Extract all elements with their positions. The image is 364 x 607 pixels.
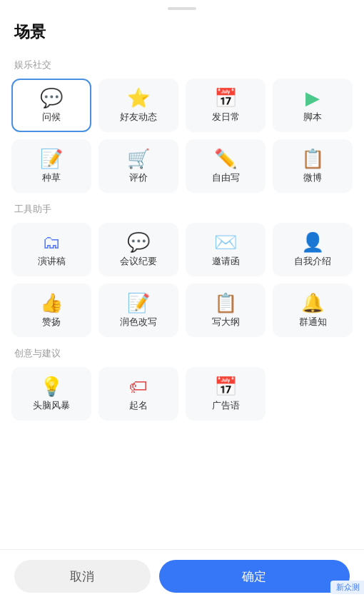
page-title: 场景 — [0, 10, 364, 49]
intro-icon: 👤 — [301, 233, 324, 251]
grid-creative: 💡头脑风暴🏷起名📅广告语 — [11, 367, 353, 421]
grid-item-intro[interactable]: 👤自我介绍 — [273, 223, 353, 276]
notify-label: 群通知 — [299, 316, 327, 328]
naming-icon: 🏷 — [129, 377, 148, 396]
grid-item-naming[interactable]: 🏷起名 — [98, 367, 178, 421]
friends-icon: ⭐ — [127, 89, 150, 107]
section-label-creative: 创意与建议 — [14, 347, 353, 360]
outline-label: 写大纲 — [212, 316, 240, 328]
grid-item-outline[interactable]: 📋写大纲 — [186, 284, 266, 337]
freewrite-label: 自由写 — [212, 171, 240, 184]
speech-icon: 🗂 — [42, 233, 61, 251]
weibo-label: 微博 — [303, 171, 322, 184]
grid-item-freewrite[interactable]: ✏️自由写 — [186, 139, 266, 193]
grid-item-daily[interactable]: 📅发日常 — [186, 79, 266, 132]
rewrite-icon: 📝 — [127, 294, 150, 312]
grid-item-greeting[interactable]: 💬问候 — [11, 79, 91, 132]
grid-item-rewrite[interactable]: 📝润色改写 — [98, 284, 178, 337]
bottom-bar: 取消 确定 — [0, 549, 364, 607]
plant-label: 种草 — [42, 171, 61, 184]
review-label: 评价 — [129, 171, 148, 184]
meeting-label: 会议纪要 — [120, 255, 157, 268]
grid-item-friends[interactable]: ⭐好友动态 — [98, 79, 178, 132]
weibo-icon: 📋 — [301, 149, 324, 168]
grid-item-script[interactable]: ▶脚本 — [273, 79, 353, 132]
praise-icon: 👍 — [40, 294, 63, 312]
grid-item-speech[interactable]: 🗂演讲稿 — [11, 223, 91, 276]
brainstorm-label: 头脑风暴 — [33, 399, 70, 412]
slogan-icon: 📅 — [214, 377, 237, 396]
greeting-icon: 💬 — [40, 89, 63, 107]
review-icon: 🛒 — [127, 149, 150, 168]
freewrite-icon: ✏️ — [214, 149, 237, 168]
script-label: 脚本 — [303, 111, 322, 124]
outline-icon: 📋 — [214, 294, 237, 312]
naming-label: 起名 — [129, 399, 148, 412]
section-label-entertainment: 娱乐社交 — [14, 59, 353, 71]
script-icon: ▶ — [305, 89, 320, 107]
notify-icon: 🔔 — [301, 294, 324, 312]
intro-label: 自我介绍 — [294, 255, 331, 268]
rewrite-label: 润色改写 — [120, 316, 157, 328]
daily-label: 发日常 — [212, 111, 240, 124]
grid-item-slogan[interactable]: 📅广告语 — [186, 367, 266, 421]
scroll-area: 娱乐社交💬问候⭐好友动态📅发日常▶脚本📝种草🛒评价✏️自由写📋微博工具助手🗂演讲… — [0, 49, 364, 549]
grid-item-weibo[interactable]: 📋微博 — [273, 139, 353, 193]
brainstorm-icon: 💡 — [40, 377, 63, 396]
plant-icon: 📝 — [40, 149, 63, 168]
grid-item-notify[interactable]: 🔔群通知 — [273, 284, 353, 337]
grid-entertainment: 💬问候⭐好友动态📅发日常▶脚本📝种草🛒评价✏️自由写📋微博 — [11, 79, 353, 193]
friends-label: 好友动态 — [120, 111, 157, 124]
confirm-button[interactable]: 确定 — [159, 560, 350, 593]
grid-item-meeting[interactable]: 💬会议纪要 — [98, 223, 178, 276]
grid-item-plant[interactable]: 📝种草 — [11, 139, 91, 193]
invite-icon: ✉️ — [214, 233, 237, 251]
greeting-label: 问候 — [42, 111, 61, 124]
daily-icon: 📅 — [214, 89, 237, 107]
cancel-button[interactable]: 取消 — [14, 560, 151, 593]
page-container: 场景 娱乐社交💬问候⭐好友动态📅发日常▶脚本📝种草🛒评价✏️自由写📋微博工具助手… — [0, 0, 364, 607]
speech-label: 演讲稿 — [38, 255, 66, 268]
grid-item-invite[interactable]: ✉️邀请函 — [186, 223, 266, 276]
praise-label: 赞扬 — [42, 316, 61, 328]
slogan-label: 广告语 — [212, 399, 240, 412]
grid-tools: 🗂演讲稿💬会议纪要✉️邀请函👤自我介绍👍赞扬📝润色改写📋写大纲🔔群通知 — [11, 223, 353, 337]
invite-label: 邀请函 — [212, 255, 240, 268]
meeting-icon: 💬 — [127, 233, 150, 251]
grid-item-review[interactable]: 🛒评价 — [98, 139, 178, 193]
watermark: 新众测 — [330, 581, 364, 594]
grid-item-praise[interactable]: 👍赞扬 — [11, 284, 91, 337]
grid-item-brainstorm[interactable]: 💡头脑风暴 — [11, 367, 91, 421]
section-label-tools: 工具助手 — [14, 203, 353, 216]
